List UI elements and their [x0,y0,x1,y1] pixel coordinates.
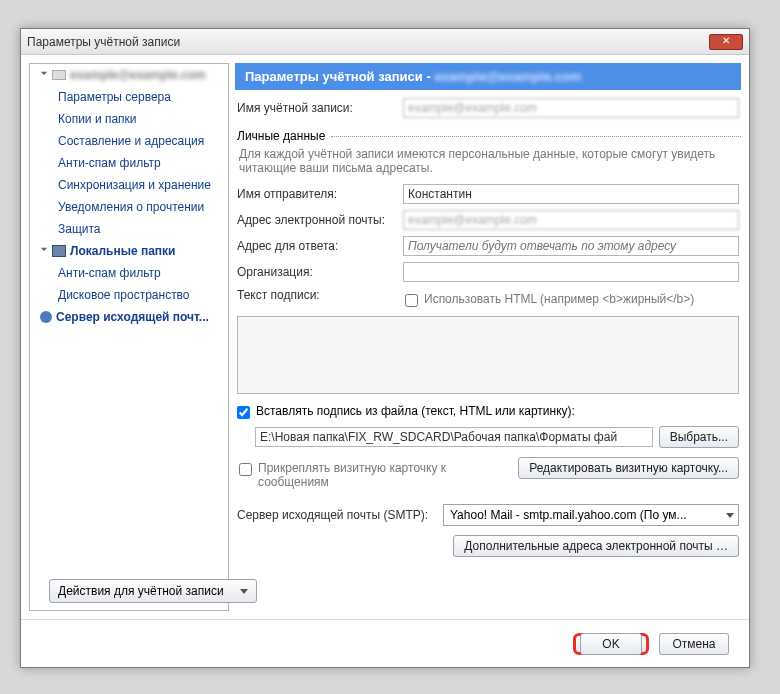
titlebar: Параметры учётной записи ✕ [21,29,749,55]
reply-to-label: Адрес для ответа: [237,239,397,253]
local-folders-icon [52,245,66,257]
mail-account-icon [52,70,66,80]
chevron-down-icon [726,513,734,518]
personal-section-title: Личные данные [237,129,325,143]
email-label: Адрес электронной почты: [237,213,397,227]
sender-name-label: Имя отправителя: [237,187,397,201]
tree-item-server[interactable]: Параметры сервера [30,86,228,108]
signature-text-label: Текст подписи: [237,288,397,302]
tree-item-antispam[interactable]: Анти-спам фильтр [30,152,228,174]
attach-vcard-label: Прикреплять визитную карточку к сообщени… [258,461,458,489]
attach-signature-file-checkbox[interactable] [237,406,250,419]
tree-item-security[interactable]: Защита [30,218,228,240]
dialog-action-bar: OK Отмена [21,619,749,667]
tree-local-folders[interactable]: Локальные папки [30,240,228,262]
page-header: Параметры учётной записи - example@examp… [235,63,741,90]
organization-input[interactable] [403,262,739,282]
reply-to-input[interactable] [403,236,739,256]
smtp-server-label: Сервер исходящей почты (SMTP): [237,508,437,522]
cancel-button[interactable]: Отмена [659,633,729,655]
organization-label: Организация: [237,265,397,279]
edit-vcard-button[interactable]: Редактировать визитную карточку... [518,457,739,479]
tree-item-receipts[interactable]: Уведомления о прочтении [30,196,228,218]
tree-item-compose[interactable]: Составление и адресация [30,130,228,152]
window-title: Параметры учётной записи [27,35,180,49]
content-panel: Параметры учётной записи - example@examp… [235,63,741,611]
chevron-down-icon [240,589,248,594]
attach-signature-file-label: Вставлять подпись из файла (текст, HTML … [256,404,575,418]
chevron-down-icon [41,72,47,78]
tree-item-copies[interactable]: Копии и папки [30,108,228,130]
accounts-tree: example@example.com Параметры сервера Ко… [29,63,229,611]
chevron-down-icon [41,248,47,254]
additional-addresses-button[interactable]: Дополнительные адреса электронной почты … [453,535,739,557]
use-html-label: Использовать HTML (например <b>жирный</b… [424,292,694,306]
smtp-server-select[interactable]: Yahoo! Mail - smtp.mail.yahoo.com (По ум… [443,504,739,526]
email-input[interactable] [403,210,739,230]
account-settings-dialog: Параметры учётной записи ✕ example@examp… [20,28,750,668]
ok-button[interactable]: OK [573,633,649,655]
close-button[interactable]: ✕ [709,34,743,50]
browse-button[interactable]: Выбрать... [659,426,739,448]
tree-item-sync[interactable]: Синхронизация и хранение [30,174,228,196]
account-actions-dropdown[interactable]: Действия для учётной записи [49,579,257,603]
account-name-label: Имя учётной записи: [237,101,397,115]
attach-vcard-checkbox[interactable] [239,463,252,476]
tree-item-local-antispam[interactable]: Анти-спам фильтр [30,262,228,284]
signature-textarea[interactable] [237,316,739,394]
personal-section-description: Для каждой учётной записи имеются персон… [239,147,737,175]
server-icon [40,311,52,323]
sender-name-input[interactable] [403,184,739,204]
tree-item-disk[interactable]: Дисковое пространство [30,284,228,306]
use-html-checkbox[interactable] [405,294,418,307]
tree-smtp[interactable]: Сервер исходящей почт... [30,306,228,328]
signature-file-path-input[interactable] [255,427,653,447]
tree-account-root[interactable]: example@example.com [30,64,228,86]
account-name-input[interactable] [403,98,739,118]
